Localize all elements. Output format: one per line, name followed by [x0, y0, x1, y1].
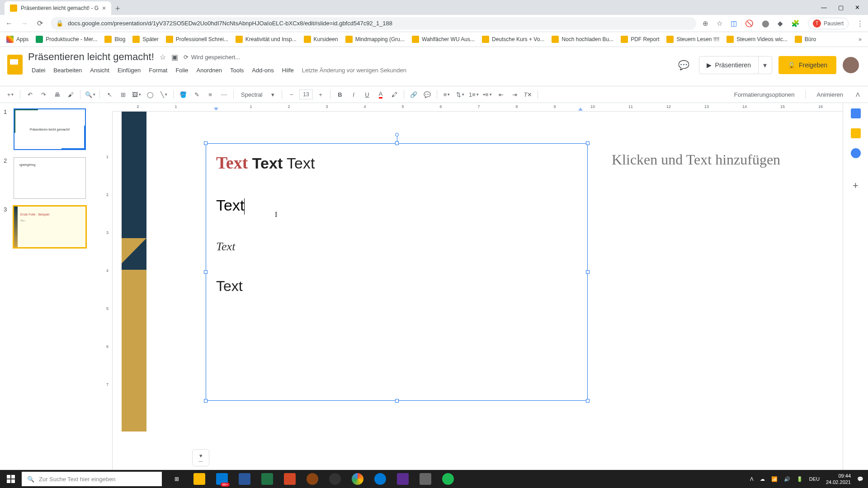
paint-format-button[interactable]: 🖌 [65, 89, 76, 100]
indent-marker-left[interactable] [214, 108, 218, 111]
menu-ansicht[interactable]: Ansicht [86, 65, 113, 75]
taskbar-app[interactable] [302, 470, 323, 488]
bookmark-item[interactable]: Noch hochladen Bu... [552, 36, 613, 43]
font-size-increase[interactable]: + [315, 89, 326, 100]
onedrive-icon[interactable]: ☁ [760, 476, 765, 482]
star-icon[interactable]: ☆ [717, 19, 722, 28]
bookmark-item[interactable]: Kreativität und Insp... [236, 36, 297, 43]
resize-handle[interactable] [395, 141, 399, 145]
clock[interactable]: 09:44 24.02.2021 [826, 473, 851, 486]
taskbar-app[interactable] [279, 470, 300, 488]
menu-tools[interactable]: Tools [226, 65, 247, 75]
star-doc-icon[interactable]: ☆ [160, 53, 166, 61]
menu-folie[interactable]: Folie [172, 65, 192, 75]
taskbar-app[interactable]: 99+ [212, 470, 232, 488]
bookmark-item[interactable]: Wahlfächer WU Aus... [412, 36, 475, 43]
resize-handle[interactable] [204, 399, 208, 403]
border-color-button[interactable]: ✎ [191, 89, 203, 100]
maximize-icon[interactable]: ▢ [838, 4, 844, 11]
bookmark-item[interactable]: Produktsuche - Mer... [36, 36, 97, 43]
menu-format[interactable]: Format [145, 65, 171, 75]
rotate-handle[interactable] [395, 133, 399, 136]
resize-handle[interactable] [586, 399, 590, 403]
align-button[interactable]: ≡ [441, 89, 453, 100]
bold-button[interactable]: B [334, 89, 346, 100]
taskbar-app[interactable] [415, 470, 436, 488]
close-tab-icon[interactable]: × [102, 5, 106, 12]
bookmark-item[interactable]: Mindmapping (Gru... [345, 36, 405, 43]
qr-icon[interactable]: ◫ [731, 19, 737, 28]
minimize-icon[interactable]: — [821, 4, 827, 11]
apps-bookmark[interactable]: Apps [6, 36, 28, 43]
url-input[interactable]: 🔒 docs.google.com/presentation/d/1yV372S… [51, 17, 696, 30]
menu-anordnen[interactable]: Anordnen [193, 65, 226, 75]
taskbar-search[interactable]: 🔍 Zur Suche Text hier eingeben [22, 472, 162, 486]
line-tool[interactable]: ╲ [158, 89, 170, 100]
resize-handle[interactable] [586, 141, 590, 145]
menu-bearbeiten[interactable]: Bearbeiten [50, 65, 85, 75]
browser-tab[interactable]: Präsentieren leicht gemacht! - G × [5, 1, 111, 15]
notes-placeholder[interactable]: Klicken und Text hinzufügen [612, 151, 780, 168]
share-button[interactable]: 🔒Freigeben [778, 56, 836, 74]
italic-button[interactable]: I [348, 89, 359, 100]
volume-icon[interactable]: 🔊 [784, 476, 790, 482]
numbered-list-button[interactable]: 1≡ [468, 89, 480, 100]
bookmark-item[interactable]: Deutsche Kurs + Vo... [482, 36, 544, 43]
menu-hilfe[interactable]: Hilfe [278, 65, 297, 75]
battery-icon[interactable]: 🔋 [797, 476, 803, 482]
menu-einfuegen[interactable]: Einfügen [114, 65, 144, 75]
language-indicator[interactable]: DEU [809, 476, 820, 482]
menu-addons[interactable]: Add-ons [248, 65, 277, 75]
taskbar-app[interactable] [438, 470, 458, 488]
indent-increase-button[interactable]: ⇥ [509, 89, 520, 100]
comments-button[interactable]: 💬 [675, 56, 693, 74]
redo-button[interactable]: ↷ [38, 89, 49, 100]
wifi-icon[interactable]: 📶 [771, 476, 778, 482]
back-button[interactable]: ← [5, 19, 14, 28]
new-tab-button[interactable]: + [111, 2, 124, 15]
taskbar-app[interactable] [325, 470, 345, 488]
ext1-icon[interactable]: 🚫 [745, 19, 754, 28]
collapse-toolbar-icon[interactable]: ᐱ [852, 91, 863, 98]
calendar-icon[interactable] [851, 108, 861, 118]
notifications-icon[interactable]: 💬 [857, 476, 863, 482]
taskbar-app[interactable] [189, 470, 210, 488]
indent-decrease-button[interactable]: ⇤ [495, 89, 507, 100]
bookmark-item[interactable]: Kursideen [304, 36, 338, 43]
taskbar-app[interactable] [234, 470, 255, 488]
slide-thumbnail-3[interactable]: Erste Folie - Beispiel Text ... [14, 206, 86, 248]
keep-icon[interactable] [851, 128, 861, 138]
bookmark-item[interactable]: Später [132, 36, 158, 43]
font-size-input[interactable]: 13 [299, 89, 313, 99]
menu-datei[interactable]: Datei [28, 65, 49, 75]
animate-button[interactable]: Animieren [814, 89, 846, 100]
slide-canvas[interactable]: 2 1 1 2 3 4 5 6 7 8 9 10 11 12 13 14 15 … [104, 103, 843, 488]
vertical-ruler[interactable]: 1 2 3 4 5 6 7 [104, 112, 113, 488]
move-doc-icon[interactable]: ▣ [171, 53, 178, 61]
taskbar-app[interactable] [392, 470, 413, 488]
resize-handle[interactable] [204, 141, 208, 145]
bookmark-item[interactable]: Blog [104, 36, 125, 43]
ext3-icon[interactable]: ◆ [778, 19, 783, 28]
font-family-select[interactable]: Spectral▾ [237, 91, 278, 98]
horizontal-ruler[interactable]: 2 1 1 2 3 4 5 6 7 8 9 10 11 12 13 14 15 … [113, 103, 843, 112]
link-button[interactable]: 🔗 [408, 89, 420, 100]
autofit-button[interactable]: ▾— [192, 449, 209, 466]
resize-handle[interactable] [395, 399, 399, 403]
format-options-button[interactable]: Formatierungsoptionen [731, 89, 797, 100]
start-button[interactable] [0, 470, 22, 488]
chrome-menu-icon[interactable]: ⋮ [857, 19, 863, 28]
slide-thumbnail-1[interactable]: Präsentieren leicht gemacht! [14, 108, 86, 150]
taskbar-app[interactable] [370, 470, 391, 488]
undo-button[interactable]: ↶ [24, 89, 36, 100]
slides-logo[interactable] [4, 53, 26, 76]
taskbar-app-chrome[interactable] [347, 470, 368, 488]
select-tool[interactable]: ↖ [104, 89, 115, 100]
document-title[interactable]: Präsentieren leicht gemacht! [28, 51, 154, 63]
resize-handle[interactable] [204, 270, 208, 274]
slide-stage[interactable]: Text Text Text Text I Text Text ▾— Klick… [113, 112, 843, 488]
border-dash-button[interactable]: ⋯ [218, 89, 230, 100]
font-size-decrease[interactable]: − [286, 89, 297, 100]
bullet-list-button[interactable]: •≡ [481, 89, 493, 100]
image-tool[interactable]: 🖼 [131, 89, 142, 100]
